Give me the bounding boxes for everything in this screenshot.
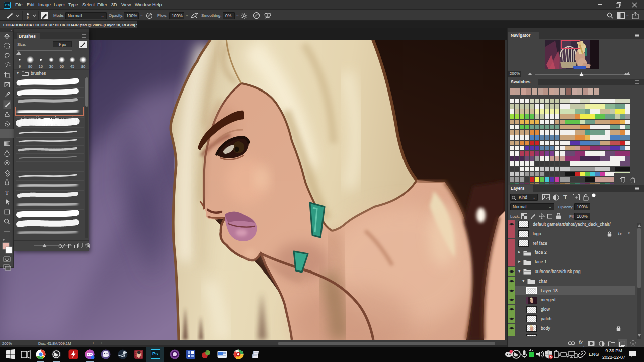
svg-text:T: T (5, 189, 9, 196)
